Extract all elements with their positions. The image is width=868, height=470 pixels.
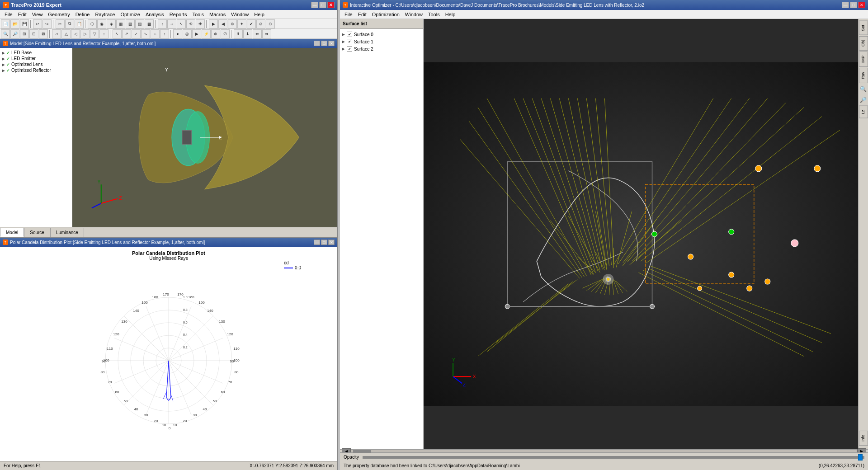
tb-h3[interactable]: ⬅ xyxy=(253,29,262,38)
tb-g2[interactable]: ◎ xyxy=(183,29,192,38)
tree-item-led-base[interactable]: ▶ ✔ LED Base xyxy=(2,50,70,56)
tb-f6[interactable]: ↕ xyxy=(160,29,169,38)
menu-file[interactable]: File xyxy=(2,11,15,18)
tb-d3[interactable]: ⊕ xyxy=(228,19,237,28)
surface-check-2[interactable]: ✔ xyxy=(347,46,352,52)
surface-item-2[interactable]: ▶ ✔ Surface 2 xyxy=(342,45,421,52)
tb-b4[interactable]: ▦ xyxy=(116,19,125,28)
sidebar-tab-lz[interactable]: Lz xyxy=(859,106,868,118)
tab-model[interactable]: Model xyxy=(0,228,24,237)
right-menu-file[interactable]: File xyxy=(342,11,355,18)
menu-analysis[interactable]: Analysis xyxy=(143,11,167,18)
tb-c5[interactable]: ✚ xyxy=(196,19,205,28)
menu-macros[interactable]: Macros xyxy=(207,11,228,18)
tb-zoom-out[interactable]: 🔎 xyxy=(10,29,19,38)
close-button[interactable]: ✕ xyxy=(327,2,335,8)
tb-b5[interactable]: ▧ xyxy=(126,19,135,28)
menu-define[interactable]: Define xyxy=(73,11,93,18)
tb-f5[interactable]: ↔ xyxy=(151,29,160,38)
tb-f1[interactable]: ↖ xyxy=(113,29,122,38)
right-minimize-btn[interactable]: — xyxy=(842,2,849,8)
tb-d2[interactable]: ◀ xyxy=(218,19,227,28)
right-menu-tools[interactable]: Tools xyxy=(425,11,443,18)
menu-raytrace[interactable]: Raytrace xyxy=(92,11,118,18)
tb-g6[interactable]: ∅ xyxy=(221,29,230,38)
tb-g3[interactable]: ▶ xyxy=(192,29,201,38)
right-close-btn[interactable]: ✕ xyxy=(858,2,865,8)
model-minimize-btn[interactable]: — xyxy=(314,41,320,46)
menu-geometry[interactable]: Geometry xyxy=(45,11,72,18)
tb-zoom-box[interactable]: ⊟ xyxy=(29,29,38,38)
menu-tools[interactable]: Tools xyxy=(189,11,207,18)
tree-item-opt-reflector[interactable]: ▶ ✔ Optimized Reflector xyxy=(2,67,70,73)
tb-e6[interactable]: ↕ xyxy=(99,29,108,38)
tb-e2[interactable]: △ xyxy=(61,29,71,38)
plot-maximize-btn[interactable]: □ xyxy=(321,240,327,245)
model-close-btn[interactable]: ✕ xyxy=(328,41,335,46)
menu-help[interactable]: Help xyxy=(251,11,267,18)
sidebar-tab-ray[interactable]: Ray xyxy=(859,68,868,83)
menu-reports[interactable]: Reports xyxy=(167,11,190,18)
tb-redo[interactable]: ↪ xyxy=(42,19,52,28)
sidebar-zoom-in-icon[interactable]: 🔍 xyxy=(859,85,868,93)
tb-g4[interactable]: ⚡ xyxy=(202,29,211,38)
plot-minimize-btn[interactable]: — xyxy=(314,240,320,245)
plot-close-btn[interactable]: ✕ xyxy=(328,240,335,245)
tb-undo[interactable]: ↩ xyxy=(33,19,42,28)
tb-f4[interactable]: ↘ xyxy=(141,29,150,38)
tb-c1[interactable]: ↕ xyxy=(158,19,167,28)
sidebar-tab-info[interactable]: Info xyxy=(859,431,868,446)
tb-c4[interactable]: ⟲ xyxy=(186,19,195,28)
tree-item-opt-lens[interactable]: ▶ ✔ Optimized Lens xyxy=(2,61,70,67)
tb-d7[interactable]: ⊙ xyxy=(266,19,275,28)
right-menu-window[interactable]: Window xyxy=(402,11,425,18)
tb-h1[interactable]: ⬆ xyxy=(234,29,243,38)
tb-e4[interactable]: ▷ xyxy=(80,29,90,38)
menu-window[interactable]: Window xyxy=(228,11,251,18)
tb-e3[interactable]: ◁ xyxy=(71,29,80,38)
sidebar-tab-imp[interactable]: IMP xyxy=(859,52,868,67)
tb-zoom-fit[interactable]: ⊞ xyxy=(20,29,29,38)
opacity-slider[interactable] xyxy=(363,456,864,459)
tb-g5[interactable]: ⊕ xyxy=(211,29,220,38)
right-maximize-btn[interactable]: □ xyxy=(850,2,857,8)
menu-view[interactable]: View xyxy=(29,11,46,18)
tb-d5[interactable]: ✔ xyxy=(247,19,256,28)
menu-optimize[interactable]: Optimize xyxy=(118,11,142,18)
tb-zoom-prev[interactable]: ⊠ xyxy=(39,29,48,38)
tb-g1[interactable]: ● xyxy=(173,29,182,38)
tb-b3[interactable]: ◈ xyxy=(107,19,116,28)
sidebar-tab-obj[interactable]: Obj xyxy=(859,36,868,51)
tb-h4[interactable]: ➡ xyxy=(262,29,271,38)
surface-item-1[interactable]: ▶ ✔ Surface 1 xyxy=(342,38,421,45)
tb-open[interactable]: 📂 xyxy=(10,19,19,28)
sidebar-zoom-out-icon[interactable]: 🔎 xyxy=(859,96,868,104)
tb-zoom-in[interactable]: 🔍 xyxy=(1,29,10,38)
tb-f3[interactable]: ↙ xyxy=(132,29,141,38)
right-menu-edit[interactable]: Edit xyxy=(355,11,369,18)
tb-b6[interactable]: ▨ xyxy=(135,19,144,28)
tb-b7[interactable]: ▩ xyxy=(145,19,154,28)
right-menu-help[interactable]: Help xyxy=(443,11,458,18)
viewport-3d[interactable]: Z Y Y Z xyxy=(72,48,337,227)
tab-source[interactable]: Source xyxy=(24,228,50,237)
surface-item-0[interactable]: ▶ ✔ Surface 0 xyxy=(342,31,421,38)
optimizer-viewport[interactable]: X Y Z xyxy=(424,19,858,449)
maximize-button[interactable]: □ xyxy=(319,2,326,8)
right-menu-optimization[interactable]: Optimization xyxy=(369,11,402,18)
tb-save[interactable]: 💾 xyxy=(20,19,29,28)
tree-item-led-emitter[interactable]: ▶ ✔ LED Emitter xyxy=(2,56,70,61)
tb-new[interactable]: 📄 xyxy=(1,19,10,28)
tb-paste[interactable]: 📋 xyxy=(75,19,84,28)
model-maximize-btn[interactable]: □ xyxy=(321,41,327,46)
sidebar-tab-set[interactable]: Set xyxy=(859,21,868,35)
tb-cut[interactable]: ✂ xyxy=(56,19,65,28)
tb-d1[interactable]: ▶ xyxy=(209,19,218,28)
horizontal-scrollbar[interactable] xyxy=(351,449,857,453)
tab-luminance[interactable]: Luminance xyxy=(50,228,84,237)
tb-d4[interactable]: ✦ xyxy=(237,19,246,28)
tb-b2[interactable]: ◉ xyxy=(97,19,106,28)
scroll-thumb[interactable] xyxy=(353,450,371,453)
tb-copy[interactable]: ⧉ xyxy=(65,19,74,28)
tb-c2[interactable]: ↔ xyxy=(167,19,176,28)
